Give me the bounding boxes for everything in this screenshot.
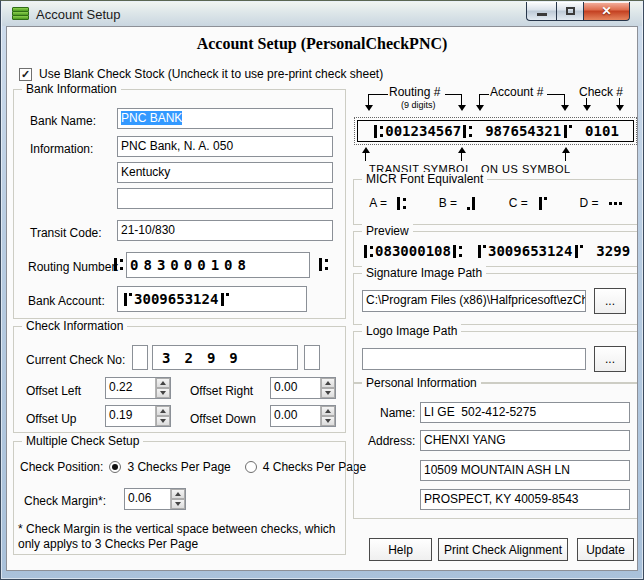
note-line1: * Check Margin is the vertical space bet… — [18, 522, 335, 537]
check-margin-spinner[interactable]: 0.06 — [124, 488, 186, 510]
bank-information-group: Bank Information Bank Name: PNC BANK Inf… — [13, 89, 346, 319]
micr-equiv-a: A = — [369, 196, 408, 210]
address-label: Address: — [368, 434, 415, 448]
logo-browse-button[interactable]: ... — [594, 346, 626, 372]
transit-symbol-icon — [395, 197, 408, 210]
transit-code-label: Transit Code: — [30, 226, 102, 240]
check-margin-down-button[interactable] — [171, 499, 185, 509]
check-position-row: Check Position: 3 Checks Per Page 4 Chec… — [20, 460, 366, 474]
offset-right-up-button[interactable] — [321, 378, 335, 388]
offset-right-down-button[interactable] — [321, 388, 335, 398]
option-3-checks-label: 3 Checks Per Page — [127, 460, 230, 474]
micr-equiv-c: C = — [509, 196, 549, 210]
dialog-content: Account Setup (PersonalCheckPNC) ✓ Use B… — [6, 26, 638, 571]
offset-up-down-button[interactable] — [156, 416, 170, 426]
offset-down-label: Offset Down — [190, 412, 256, 426]
bank-account-field[interactable]: 3009653124 — [117, 286, 307, 312]
close-button[interactable]: ✕ — [584, 2, 630, 21]
update-button[interactable]: Update — [577, 538, 634, 561]
bank-account-label: Bank Account: — [28, 294, 105, 308]
transit-symbol-right-icon — [317, 258, 330, 271]
offset-left-spinner[interactable]: 0.22 — [105, 377, 171, 399]
radio-3-checks-per-page[interactable] — [109, 461, 121, 473]
bank-info-line1-field[interactable]: PNC Bank, N. A. 050 — [117, 136, 333, 157]
name-label: Name: — [380, 406, 415, 420]
offset-up-label: Offset Up — [26, 412, 76, 426]
current-check-label: Current Check No: — [26, 353, 125, 367]
blank-stock-checkbox[interactable]: ✓ — [19, 68, 32, 81]
transit-code-field[interactable]: 21-10/830 — [117, 220, 333, 241]
signature-path-title: Signature Image Path — [362, 266, 486, 280]
bank-name-label: Bank Name: — [30, 114, 96, 128]
check-margin-label: Check Margin*: — [24, 494, 106, 508]
check-margin-value[interactable]: 0.06 — [125, 489, 170, 509]
offset-up-spinner[interactable]: 0.19 — [105, 405, 171, 427]
micr-font-title: MICR Font Equivalent — [362, 172, 487, 186]
check-no-prefix-field[interactable] — [132, 345, 148, 370]
preview-group: Preview 08300010830096531243299 — [353, 231, 638, 267]
check-information-group: Check Information Current Check No: 3299… — [13, 326, 346, 433]
help-button[interactable]: Help — [369, 538, 432, 561]
check-diagram-label: Check # — [579, 85, 623, 99]
micr-sample-line: 0012345679876543210101 — [357, 120, 634, 142]
bank-name-field[interactable]: PNC BANK — [117, 108, 333, 129]
check-margin-up-button[interactable] — [171, 489, 185, 499]
onus-symbol-caption: ON US SYMBOL — [481, 163, 571, 175]
offset-right-value[interactable]: 0.00 — [271, 378, 320, 398]
amount-symbol-icon — [465, 197, 478, 210]
option-4-checks-label: 4 Checks Per Page — [263, 460, 366, 474]
micr-equiv-d: D = — [580, 196, 624, 210]
offset-down-down-button[interactable] — [321, 416, 335, 426]
routing-number-field[interactable]: 083000108 — [126, 252, 310, 278]
address-line1-field[interactable]: CHENXI YANG — [420, 430, 630, 451]
note-line2: only applys to 3 Checks Per Page — [18, 537, 335, 552]
offset-down-value[interactable]: 0.00 — [271, 406, 320, 426]
page-title: Account Setup (PersonalCheckPNC) — [7, 35, 637, 53]
micr-equiv-b: B = — [439, 196, 478, 210]
offset-left-down-button[interactable] — [156, 388, 170, 398]
offset-right-label: Offset Right — [190, 384, 253, 398]
address-line3-field[interactable]: PROSPECT, KY 40059-8543 — [420, 489, 630, 510]
print-check-alignment-button[interactable]: Print Check Alignment — [438, 538, 568, 561]
onus-symbol-icon — [536, 197, 549, 210]
check-position-label: Check Position: — [20, 460, 103, 474]
micr-font-equivalent-group: MICR Font Equivalent A = B = C = D = — [353, 179, 638, 225]
maximize-icon — [566, 7, 575, 15]
address-line2-field[interactable]: 10509 MOUNTAIN ASH LN — [420, 460, 630, 481]
offset-right-spinner[interactable]: 0.00 — [270, 377, 336, 399]
offset-left-value[interactable]: 0.22 — [106, 378, 155, 398]
preview-micr-line: 08300010830096531243299 — [362, 243, 630, 259]
transit-symbol-left-icon — [112, 258, 125, 271]
minimize-icon — [537, 13, 547, 16]
name-field[interactable]: LI GE 502-412-5275 — [420, 402, 630, 423]
check-no-suffix-field[interactable] — [304, 345, 320, 370]
check-margin-note: * Check Margin is the vertical space bet… — [18, 522, 335, 552]
window-title: Account Setup — [36, 7, 121, 22]
bank-info-line2-field[interactable]: Kentucky — [117, 162, 333, 183]
signature-path-field[interactable]: C:\Program Files (x86)\Halfpricesoft\ezC… — [362, 290, 586, 312]
maximize-button[interactable] — [556, 2, 584, 21]
offset-down-up-button[interactable] — [321, 406, 335, 416]
dash-symbol-icon — [607, 197, 624, 210]
offset-up-up-button[interactable] — [156, 406, 170, 416]
offset-up-value[interactable]: 0.19 — [106, 406, 155, 426]
signature-browse-button[interactable]: ... — [594, 288, 626, 314]
app-money-stack-icon — [12, 7, 29, 21]
account-diagram-label: Account # — [490, 85, 543, 99]
minimize-button[interactable] — [526, 2, 556, 21]
blank-stock-row: ✓ Use Blank Check Stock (Uncheck it to u… — [19, 67, 383, 81]
close-icon: ✕ — [601, 4, 611, 18]
titlebar: Account Setup ✕ — [2, 2, 642, 26]
current-check-no-field[interactable]: 3299 — [152, 345, 298, 370]
logo-path-field[interactable] — [362, 348, 586, 370]
personal-information-group: Personal Information Name: LI GE 502-412… — [353, 383, 638, 519]
check-information-title: Check Information — [22, 319, 127, 333]
logo-path-title: Logo Image Path — [362, 324, 461, 338]
preview-title: Preview — [362, 224, 413, 238]
offset-down-spinner[interactable]: 0.00 — [270, 405, 336, 427]
bank-information-title: Bank Information — [22, 82, 121, 96]
offset-left-up-button[interactable] — [156, 378, 170, 388]
bank-info-line3-field[interactable] — [117, 188, 333, 209]
routing-number-label: Routing Number: — [28, 260, 119, 274]
radio-4-checks-per-page[interactable] — [245, 461, 257, 473]
